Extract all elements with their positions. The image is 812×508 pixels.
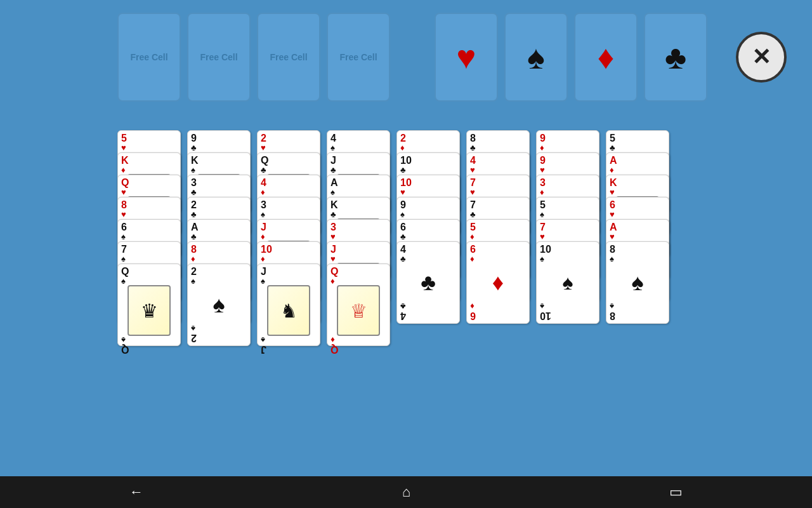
columns-area: 5♥ ♥ 5♥ K♦ ♔ K♦ Q♥ ♕ Q♥ 8♥ ♥ 8 bbox=[117, 130, 669, 346]
free-cell-3[interactable]: Free Cell bbox=[257, 13, 320, 102]
column-7: 9♦ ♦ 9♦ 9♥ ♥ 9♥ 3♦ ♦ 3♦ 5♠ ♠ 5♠ 7♥ ♥ bbox=[536, 130, 599, 346]
foundation-spades[interactable]: ♠ bbox=[504, 13, 568, 102]
taskbar: ← ⌂ ▭ bbox=[0, 476, 812, 508]
home-button[interactable]: ⌂ bbox=[402, 484, 410, 500]
card[interactable]: Q♦ ♕ Q♦ bbox=[327, 264, 390, 346]
free-cell-1[interactable]: Free Cell bbox=[117, 13, 181, 102]
column-1: 5♥ ♥ 5♥ K♦ ♔ K♦ Q♥ ♕ Q♥ 8♥ ♥ 8 bbox=[117, 130, 181, 346]
game-area: Free Cell Free Cell Free Cell Free Cell … bbox=[0, 0, 812, 476]
recents-button[interactable]: ▭ bbox=[669, 484, 683, 500]
card[interactable]: Q♠ ♛ Q♠ bbox=[117, 264, 181, 346]
card[interactable]: J♠ ♞ J♠ bbox=[257, 264, 320, 346]
foundation-diamonds[interactable]: ♦ bbox=[574, 13, 638, 102]
card[interactable]: 4♣ ♣ 4♣ bbox=[396, 241, 460, 324]
column-5: 2♦ ♦ 2♦ 10♣ ♣ 10♣ 10♥ ♥ 10♥ 9♠ ♠ 9♠ 6♣ ♣ bbox=[396, 130, 460, 346]
foundation-clubs[interactable]: ♣ bbox=[644, 13, 707, 102]
card[interactable]: 8♠ ♠ 8♠ bbox=[606, 241, 669, 324]
card[interactable]: 6♦ ♦ 6♦ bbox=[466, 241, 530, 324]
column-4: 4♠ ♠ 4♠ J♣ ♞ J♣ A♠ ♠ A♠ K♣ ♚ K bbox=[327, 130, 390, 346]
top-area: Free Cell Free Cell Free Cell Free Cell … bbox=[0, 0, 812, 102]
free-cell-4[interactable]: Free Cell bbox=[327, 13, 390, 102]
column-8: 5♣ ♣ 5♣ A♦ ♦ A♦ K♥ ♔ K♥ 6♥ ♥ 6♥ bbox=[606, 130, 669, 346]
column-2: 9♣ ♣ 9♣ K♠ ♚ K♠ 3♣ ♣ 3♣ 2♣ ♣ 2♣ bbox=[187, 130, 251, 346]
card[interactable]: 2♠ ♠ 2♠ bbox=[187, 264, 251, 346]
foundation-hearts[interactable]: ♥ bbox=[435, 13, 498, 102]
free-cell-2[interactable]: Free Cell bbox=[187, 13, 251, 102]
column-6: 8♣ ♣ 8♣ 4♥ ♥ 4♥ 7♥ ♥ 7♥ 7♣ ♣ 7♣ 5♦ ♦ bbox=[466, 130, 530, 346]
column-3: 2♥ ♥ 2♥ Q♣ ♛ Q♣ 4♦ ♦ 4♦ 3♠ ♠ 3♠ bbox=[257, 130, 320, 346]
close-button[interactable]: ✕ bbox=[736, 32, 787, 83]
back-button[interactable]: ← bbox=[129, 484, 143, 500]
card[interactable]: 10♠ ♠ 10♠ bbox=[536, 241, 599, 324]
